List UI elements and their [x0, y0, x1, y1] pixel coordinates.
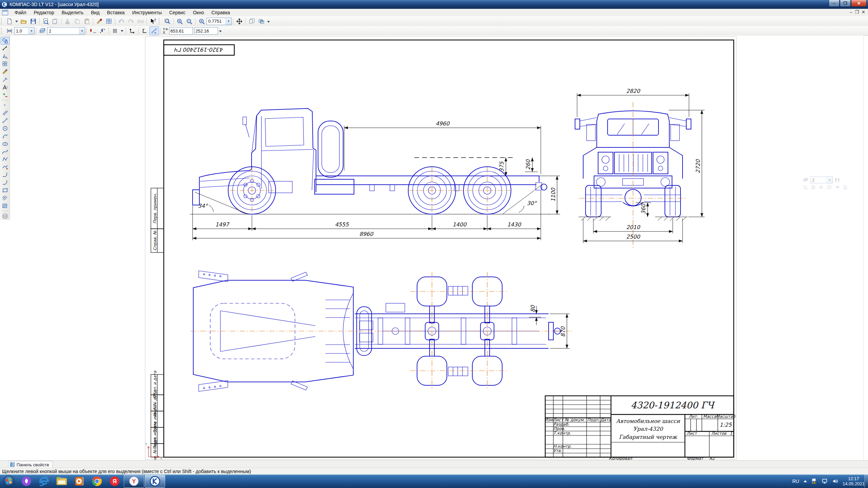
paste-button[interactable] [82, 17, 92, 26]
volume-icon[interactable] [832, 479, 839, 484]
taskbar-clock[interactable]: 12:17 14.05.2021 [843, 476, 865, 486]
grid-dropdown[interactable] [120, 26, 124, 35]
chamfer-tool-button[interactable] [1, 179, 9, 187]
polyline-tool-button[interactable] [1, 156, 9, 163]
refresh-view-button[interactable] [257, 17, 266, 26]
print-layout-button[interactable] [1, 212, 9, 220]
parametrization-mode-button[interactable] [1, 76, 9, 83]
rounding-toggle-button[interactable] [150, 26, 159, 35]
save-icon[interactable] [833, 177, 841, 183]
zoom-window-icon[interactable] [802, 184, 809, 191]
new-document-dropdown[interactable] [14, 17, 19, 26]
layers-icon[interactable] [38, 26, 47, 35]
snap-settings-button[interactable] [88, 26, 98, 35]
layer-combo[interactable]: 2 ▼ [47, 27, 85, 35]
ellipse-tool-button[interactable] [1, 140, 9, 148]
point-tool-button[interactable] [1, 101, 9, 109]
pan-button[interactable] [235, 17, 244, 26]
taskbar-chrome-icon[interactable] [88, 475, 106, 488]
zoom-out-button[interactable] [184, 17, 194, 26]
taskbar-alice-icon[interactable] [18, 475, 35, 488]
action-center-flag-icon[interactable]: ! [811, 479, 817, 484]
menu-tools[interactable]: Инструменты [129, 9, 165, 16]
rectangle-tool-button[interactable] [1, 187, 9, 195]
toolbar-options-chevron[interactable] [266, 17, 271, 26]
show-desktop-button[interactable] [865, 474, 868, 488]
local-snaps-button[interactable] [98, 26, 107, 35]
menu-file[interactable]: Файл [11, 9, 30, 16]
open-button[interactable] [19, 17, 28, 26]
ghost-layer-combo[interactable]: 2▼ [810, 177, 833, 183]
mdi-minimize-button[interactable]: – [850, 9, 852, 15]
chevron-down-icon[interactable]: ▼ [28, 27, 34, 34]
taskbar-media-player-icon[interactable] [71, 475, 88, 488]
refresh-icon[interactable] [834, 184, 841, 191]
continuous-input-tool-button[interactable] [1, 163, 9, 171]
selection-mode-button[interactable] [1, 91, 9, 99]
zoom-selected-button[interactable] [197, 17, 206, 26]
segment-tool-button[interactable] [1, 117, 9, 125]
grid-button[interactable] [110, 26, 120, 35]
coord-x-field[interactable]: 653.61 [169, 27, 193, 35]
update-image-button[interactable] [247, 17, 257, 26]
array-mode-button[interactable] [1, 60, 9, 68]
taskbar-ie-icon[interactable] [35, 475, 53, 488]
taskbar-explorer-icon[interactable] [53, 475, 71, 488]
page-setup-button[interactable] [51, 17, 60, 26]
spline-tool-button[interactable] [1, 148, 9, 156]
ortho-mode-button[interactable] [140, 26, 150, 35]
geometry-mode-button[interactable] [1, 37, 9, 45]
undo-button[interactable] [117, 17, 126, 26]
close-button[interactable]: ✕ [851, 0, 867, 7]
taskbar-yandex-icon[interactable]: Я [106, 475, 123, 488]
chevron-down-icon[interactable]: ▼ [79, 27, 85, 34]
toolbar-grip[interactable] [159, 18, 161, 25]
menu-edit[interactable]: Редактор [30, 9, 58, 16]
zoom-scale-combo[interactable]: 0.7751 ▼ [206, 18, 232, 25]
arc-tool-button[interactable] [1, 132, 9, 140]
menu-select[interactable]: Выделить [58, 9, 87, 16]
hatch-lines-tool-button[interactable] [1, 194, 9, 202]
zoom-scale-value[interactable]: 0.7751 [207, 19, 225, 24]
auxiliary-line-tool-button[interactable] [1, 109, 9, 117]
coord-y-field[interactable]: 252.16 [194, 27, 218, 35]
measure-mode-button[interactable] [1, 83, 9, 91]
editing-mode-button[interactable] [1, 68, 9, 76]
zoom-scale-icon[interactable]: 1:1 [817, 184, 825, 191]
save-button[interactable] [28, 17, 38, 26]
cut-button[interactable] [63, 17, 73, 26]
taskbar-kompas-button[interactable] [145, 475, 165, 488]
drawing-canvas[interactable]: 4320-1912400 ГЧ Перв. примен. Справ. № П… [10, 36, 864, 460]
layers-icon[interactable] [802, 177, 810, 183]
step-combo[interactable]: 1.0 ▼ [14, 27, 35, 35]
restore-button[interactable]: ❐ [840, 0, 851, 7]
network-icon[interactable] [822, 479, 828, 484]
toolbar-options-chevron[interactable] [218, 26, 223, 35]
properties-panel-tab[interactable]: Панель свойств [8, 461, 53, 468]
menu-service[interactable]: Сервис [165, 9, 189, 16]
step-value[interactable]: 1.0 [15, 28, 28, 34]
redo-button[interactable] [126, 17, 136, 26]
preview-icon[interactable] [842, 184, 849, 191]
menu-insert[interactable]: Вставка [103, 9, 129, 16]
spreadsheet-button[interactable] [104, 17, 114, 26]
zoom-doc-icon[interactable] [810, 184, 817, 191]
minimize-button[interactable]: – [829, 0, 840, 7]
start-button[interactable] [0, 475, 18, 488]
menu-view[interactable]: Вид [87, 9, 103, 16]
fillet-tool-button[interactable] [1, 171, 9, 179]
format-brush-button[interactable] [95, 17, 104, 26]
context-help-button[interactable]: ? [148, 17, 158, 26]
document-icon[interactable] [2, 10, 8, 15]
print-preview-button[interactable] [41, 17, 51, 26]
toolbar-grip[interactable] [1, 27, 4, 34]
fx-variables-button[interactable]: f(x) [136, 17, 145, 26]
circle-tool-button[interactable] [1, 125, 9, 133]
dimensions-mode-button[interactable] [1, 45, 9, 53]
new-document-button[interactable] [5, 17, 14, 26]
zoom-by-frame-button[interactable] [162, 17, 172, 26]
menu-window[interactable]: Окно [189, 9, 208, 16]
layer-value[interactable]: 2 [47, 28, 79, 34]
chevron-down-icon[interactable]: ▼ [225, 18, 231, 25]
hatch-fill-tool-button[interactable] [1, 202, 9, 210]
